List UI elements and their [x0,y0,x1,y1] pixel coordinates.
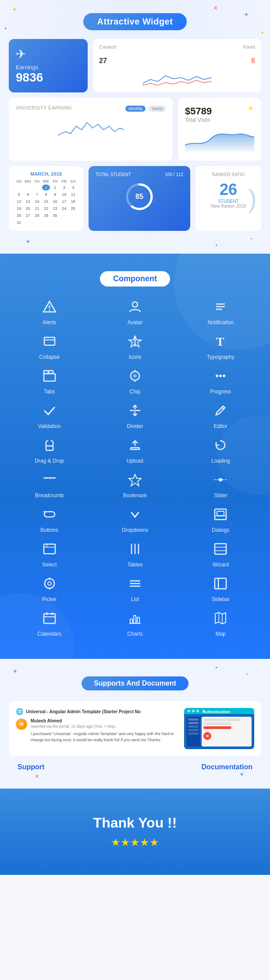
ranker-bracket-icon: ) [248,184,257,214]
preview-main [202,717,252,746]
svg-point-24 [223,375,225,377]
cal-header-sa: SA [69,179,77,184]
collapse-label: Collapse [39,354,60,360]
component-item-list[interactable]: List [94,577,175,602]
component-item-divider[interactable]: Divider [94,403,175,429]
svg-rect-72 [137,617,139,623]
review-content: Muteeb Ahmed reported via the portal, 21… [31,718,179,743]
component-item-sidebar[interactable]: Sidebar [180,577,261,602]
component-item-dialogs[interactable]: Dialogs [180,507,261,533]
charts-label: Charts [127,631,142,637]
list-label: List [131,596,139,602]
university-header: UNIVERSITY EARNING Monthly Yearly [16,104,166,112]
support-header-text: Universal - Angular Admin Template (Star… [26,709,141,714]
svg-text:85: 85 [135,193,143,200]
component-item-validation[interactable]: Validation [9,403,90,429]
mini-stat-created-row: Created Fixed [99,44,255,50]
deco-dot-1: ● [13,7,16,11]
component-item-alerts[interactable]: Alerts [9,300,90,325]
component-item-chip[interactable]: Chip [94,369,175,395]
component-item-avatar[interactable]: Avatar [94,300,175,325]
cal-header-we: WE [42,179,50,184]
list-icon [128,577,142,594]
deco-plus-t1: + [9,9,12,16]
preview-dot-2 [192,710,195,712]
svg-rect-10 [44,337,55,345]
ranker-card: RANKER RATIO 26 STUDENT New Ranker 2018 … [195,166,261,231]
svg-point-22 [216,375,218,377]
component-item-buttons[interactable]: Buttons [9,507,90,533]
deco-dot-4: ● [250,237,252,241]
component-item-collapse[interactable]: Collapse [9,334,90,360]
doc-preview: Authentication [184,708,254,749]
component-item-dropdowns[interactable]: Dropdowns [94,507,175,533]
divider-icon [128,403,142,421]
doc-link[interactable]: Documentation [202,763,252,771]
widget-section: ● + × ● ● Attractive Widget ✈ Earnings 9… [0,0,270,254]
calendar-month: MARCH, 2018 [15,171,77,177]
component-item-tabs[interactable]: Tabs [9,369,90,395]
university-badges: Monthly Yearly [125,104,166,112]
supports-content: 🌐 Universal - Angular Admin Template (St… [9,701,261,756]
universal-icon: 🌐 [16,708,23,715]
component-item-breadcrumb[interactable]: Breadcrumb [9,473,90,499]
widget-title-wrap: Attractive Widget [9,13,261,30]
thankyou-section: + ● Thank You !! ★★★★★ + ● [0,789,270,875]
supports-section: + ● ● Supports And Document 🌐 Universal … [0,659,270,789]
nav-item-3 [188,725,199,728]
alerts-icon [43,300,57,317]
component-item-icons[interactable]: Icons [94,334,175,360]
created-value: 27 [99,57,107,65]
svg-point-33 [46,477,48,479]
svg-rect-30 [131,448,139,449]
thankyou-text: Thank You !! [9,815,261,831]
svg-marker-39 [129,474,141,486]
svg-rect-42 [44,512,55,517]
tables-icon [128,542,142,559]
component-item-bookmark[interactable]: Bookmark [94,473,175,499]
svg-rect-63 [215,578,226,589]
svg-line-28 [222,407,224,409]
component-item-typography[interactable]: T Typography [180,334,261,360]
component-item-map[interactable]: Map [180,611,261,637]
component-item-tables[interactable]: Tables [94,542,175,568]
deco-cross-1: × [214,4,217,11]
student-circle-progress: 85 [124,181,155,212]
cal-header-th: TH [51,179,59,184]
visits-label: Total Visits [185,117,254,123]
picker-label: Picker [42,596,57,602]
component-item-upload[interactable]: Upload [94,438,175,464]
upload-label: Upload [127,458,143,464]
cal-day-today[interactable]: 1 [42,184,50,191]
svg-rect-53 [215,544,226,554]
svg-point-19 [133,374,137,378]
svg-point-23 [219,375,222,377]
loading-icon [213,438,227,455]
calendars-icon [43,611,57,628]
preview-bar-1 [203,718,241,721]
component-item-wizard[interactable]: Wizard [180,542,261,568]
calendars-label: Calendars [37,631,61,637]
total-student-header: TOTAL STUDENT 100 / 112 [96,172,183,177]
circle-svg: 85 [124,181,155,212]
buttons-icon [43,507,57,524]
svg-point-57 [48,582,51,585]
component-item-charts[interactable]: Charts [94,611,175,637]
preview-top-bar: Authentication [184,708,254,714]
support-preview-header: 🌐 Universal - Angular Admin Template (St… [16,708,179,715]
svg-rect-17 [44,374,55,381]
component-item-dragdrop[interactable]: Drag & Drop [9,438,90,464]
ranker-sub: New Ranker 2018 [202,204,254,209]
component-item-notification[interactable]: Notification [180,300,261,325]
university-card: UNIVERSITY EARNING Monthly Yearly [9,98,173,161]
component-item-select[interactable]: Select [9,542,90,568]
support-link[interactable]: Support [18,763,44,771]
deco-dot-5: ● [215,243,217,247]
supports-links: Support Documentation [9,763,261,771]
component-item-progress[interactable]: Progress [180,369,261,395]
svg-rect-47 [44,544,55,554]
buttons-label: Buttons [40,527,58,533]
validation-icon [43,403,57,421]
supports-title-wrap: Supports And Document [9,676,261,690]
dragdrop-icon [43,438,57,455]
